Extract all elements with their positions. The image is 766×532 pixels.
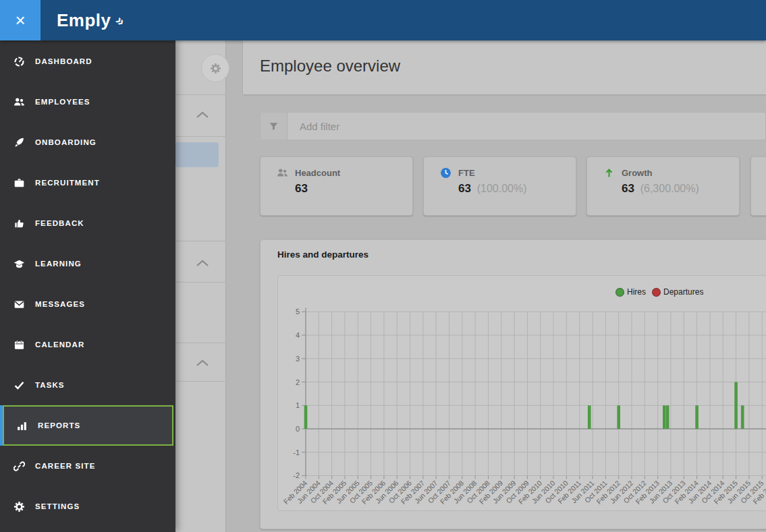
sidebar-item-learning[interactable]: LEARNING	[0, 243, 175, 284]
selected-item-indicator	[0, 405, 3, 446]
svg-text:4: 4	[296, 331, 300, 339]
main-content: Employee overview Headcount 63 FTE 63 (1…	[243, 40, 766, 532]
gear-icon[interactable]	[201, 54, 229, 82]
briefcase-icon	[13, 177, 25, 189]
bar-hires	[741, 405, 744, 429]
calendar-icon	[13, 338, 25, 351]
sidebar-item-label: ONBOARDING	[35, 138, 97, 146]
sidebar-item-employees[interactable]: EMPLOYEES	[0, 82, 175, 122]
filter-bar	[260, 112, 766, 140]
sidebar-item-reports[interactable]: REPORTS	[3, 405, 173, 446]
stat-card-fte: FTE 63 (100.00%)	[423, 156, 576, 216]
sidebar-item-messages[interactable]: MESSAGES	[0, 284, 175, 324]
stat-card-head: FTE	[440, 167, 475, 179]
page-header: Employee overview	[243, 40, 766, 94]
sidebar-item-label: SETTINGS	[35, 502, 80, 510]
stat-secondary-value: (6,300.00%)	[640, 183, 699, 194]
hires-departures-chart: Feb 2004Jun 2004Oct 2004Feb 2005Jun 2005…	[278, 303, 766, 511]
divider	[175, 282, 226, 283]
sidebar-item-label: LEARNING	[35, 260, 82, 268]
chevron-up-icon[interactable]	[195, 110, 210, 119]
gear-icon	[13, 500, 25, 512]
arrow-up-icon	[603, 167, 615, 179]
sidebar-item-career-site[interactable]: CAREER SITE	[0, 446, 175, 486]
chevron-up-icon[interactable]	[195, 258, 210, 268]
emply-logo-icon: »	[112, 12, 128, 28]
sidebar-item-calendar[interactable]: CALENDAR	[0, 324, 175, 365]
employees-icon	[13, 96, 25, 108]
stat-card-headcount: Headcount 63	[260, 156, 413, 216]
emply-logo: Emply »	[57, 0, 122, 40]
stat-card-head: Headcount	[277, 167, 340, 179]
sidebar-item-onboarding[interactable]: ONBOARDING	[0, 122, 175, 162]
divider	[175, 381, 226, 382]
stat-cards-row: Headcount 63 FTE 63 (100.00%) Growth 63 …	[260, 156, 766, 216]
sidebar-item-recruitment[interactable]: RECRUITMENT	[0, 162, 175, 203]
sidebar-item-feedback[interactable]: FEEDBACK	[0, 203, 175, 243]
stat-label: Growth	[622, 168, 653, 178]
sidebar-item-label: EMPLOYEES	[35, 98, 90, 106]
bar-hires	[666, 405, 669, 429]
bar-hires	[617, 405, 620, 429]
divider	[175, 241, 226, 241]
stat-value: 63	[622, 182, 634, 195]
topbar: × Emply »	[0, 0, 766, 40]
sidebar-item-label: DASHBOARD	[35, 57, 92, 65]
thumbs-up-icon	[13, 217, 25, 229]
divider	[175, 136, 226, 137]
plot-panel: Hires Departures Feb 2004Jun 2004Oct 200…	[277, 275, 766, 511]
chevron-up-icon[interactable]	[195, 358, 210, 367]
sidebar-item-label: CALENDAR	[35, 341, 84, 349]
sidebar-item-label: REPORTS	[38, 421, 80, 430]
reports-list-panel	[175, 40, 226, 532]
stat-secondary-value: (100.00%)	[477, 183, 527, 194]
stat-value: 63	[458, 182, 471, 195]
close-menu-button[interactable]: ×	[0, 0, 40, 40]
legend-label: Hires	[627, 287, 646, 297]
svg-text:0: 0	[296, 425, 300, 433]
svg-text:2: 2	[296, 378, 300, 386]
sidebar-item-tasks[interactable]: TASKS	[0, 365, 175, 405]
chart-title: Hires and departures	[277, 249, 368, 260]
bar-chart-icon	[16, 419, 28, 432]
graduation-cap-icon	[13, 258, 25, 270]
legend-dot	[615, 288, 624, 297]
legend-dot	[652, 288, 661, 297]
sidebar-item-label: CAREER SITE	[35, 462, 95, 470]
bar-hires	[734, 382, 738, 429]
checkmark-icon	[13, 379, 25, 391]
envelope-icon	[13, 298, 25, 310]
add-filter-input[interactable]	[288, 113, 765, 140]
divider	[175, 94, 226, 95]
sidebar-item-label: RECRUITMENT	[35, 179, 100, 187]
logo-text: Emply	[57, 10, 111, 31]
chart-legend: Hires Departures	[615, 287, 703, 297]
sidebar-item-label: MESSAGES	[35, 300, 85, 308]
legend-label: Departures	[663, 287, 703, 297]
svg-text:-2: -2	[293, 471, 300, 479]
divider	[175, 343, 226, 343]
sidebar-item-dashboard[interactable]: DASHBOARD	[0, 41, 175, 82]
sidebar-menu: DASHBOARD EMPLOYEES ONBOARDING RECRUITME…	[0, 40, 175, 532]
stat-value-row: 63 (6,300.00%)	[622, 182, 699, 196]
app-window: Employee overview Headcount 63 FTE 63 (1…	[0, 0, 766, 532]
selected-report-item[interactable]	[175, 142, 219, 167]
legend-item-departures[interactable]: Departures	[652, 287, 703, 297]
svg-text:3: 3	[296, 355, 300, 363]
stat-card-growth: Growth 63 (6,300.00%)	[586, 156, 740, 216]
stat-card-partial	[750, 156, 766, 216]
chart-card: Hires and departures Hires Departures Fe…	[260, 239, 766, 529]
bar-hires	[695, 405, 699, 429]
page-title: Employee overview	[260, 57, 400, 76]
bar-hires	[588, 405, 591, 429]
clock-icon	[440, 167, 452, 179]
stat-card-head: Growth	[603, 167, 653, 179]
stat-value-row: 63 (100.00%)	[458, 182, 526, 196]
dashboard-icon	[13, 55, 25, 67]
link-icon	[13, 460, 25, 472]
rocket-icon	[13, 136, 25, 148]
bar-hires	[663, 405, 666, 429]
sidebar-item-settings[interactable]: SETTINGS	[0, 486, 175, 527]
stat-value: 63	[295, 182, 308, 195]
legend-item-hires[interactable]: Hires	[615, 287, 646, 297]
